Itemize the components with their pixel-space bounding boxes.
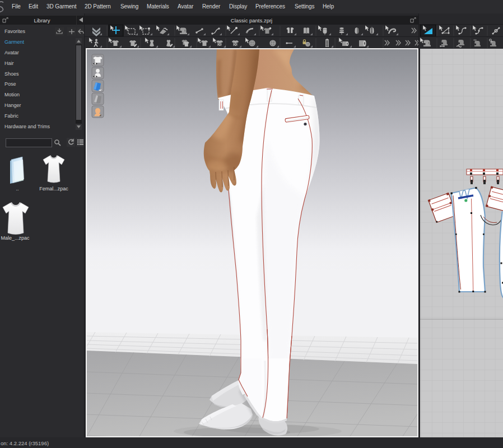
svg-text:Femal...zpac: Femal...zpac [39, 186, 68, 192]
svg-text:..: .. [16, 186, 18, 192]
svg-text:Male_...zpac: Male_...zpac [1, 235, 30, 241]
